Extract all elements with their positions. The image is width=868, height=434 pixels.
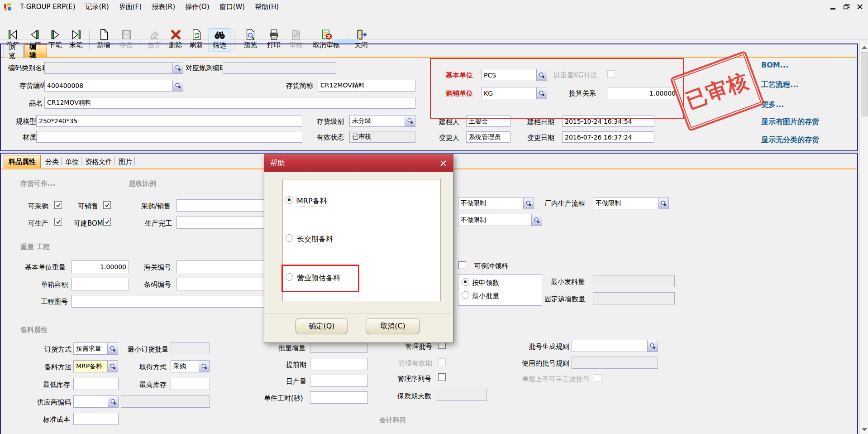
option-mrp-radio[interactable] (286, 196, 293, 204)
product-name-field[interactable]: CR12MOV精料 (44, 97, 415, 109)
lead-time-field[interactable] (310, 358, 368, 370)
purchase-sale-field[interactable] (176, 199, 265, 212)
trade-unit-field[interactable]: KG (481, 87, 547, 99)
dialog-ok-button[interactable]: 确定(Q) (296, 318, 348, 334)
inv-code-field[interactable]: 400400008 (44, 80, 183, 92)
close-window-button[interactable] (853, 2, 867, 12)
producible-checkbox[interactable] (54, 218, 62, 226)
lookup-icon[interactable] (405, 116, 415, 126)
lookup-icon[interactable] (531, 214, 542, 226)
supplier-name-field (121, 395, 210, 408)
lookup-icon[interactable] (536, 87, 547, 99)
base-unit-field[interactable]: PCS (481, 69, 547, 81)
lookup-icon[interactable] (107, 361, 118, 372)
last-record-icon (70, 29, 82, 41)
trade-unit-label: 购销单位 (446, 90, 473, 97)
std-cost-field[interactable] (73, 413, 119, 425)
link-show-unclassified[interactable]: 显示无分类的存货 (761, 135, 819, 145)
menu-help[interactable]: 帮助(H) (250, 3, 284, 11)
min-stock-field[interactable] (73, 378, 119, 390)
dialog-close-icon[interactable] (438, 158, 448, 168)
sellable-checkbox[interactable] (103, 201, 111, 209)
option-mrp-label[interactable]: MRP备料 (297, 197, 327, 206)
weight-eng-header: 重量 工程 (20, 243, 50, 251)
subtab-image[interactable]: 图片 (119, 158, 132, 166)
menu-report[interactable]: 报表(R) (147, 3, 180, 11)
lookup-icon[interactable] (658, 198, 668, 209)
min-batch-label: 最小批量 (472, 292, 499, 300)
lookup-icon[interactable] (647, 340, 658, 352)
created-date-label: 建档日期 (527, 118, 554, 126)
lookup-icon[interactable] (172, 63, 183, 73)
lookup-icon[interactable] (199, 361, 209, 372)
subtab-qualification[interactable]: 资格文件 (85, 158, 112, 166)
min-batch-radio[interactable] (462, 291, 469, 299)
customs-field[interactable] (176, 260, 265, 273)
vertical-scrollbar[interactable] (859, 43, 868, 434)
backflush-checkbox[interactable] (458, 261, 466, 269)
link-show-with-image[interactable]: 显示有图片的存货 (761, 117, 819, 127)
status-field: 已审核 (349, 131, 415, 143)
volume-field[interactable] (72, 278, 129, 290)
option-longlead-radio[interactable] (286, 234, 293, 242)
tab-edit[interactable]: 编辑 (24, 44, 47, 57)
can-bom-checkbox[interactable] (103, 218, 111, 226)
menu-interface[interactable]: 界面(F) (114, 3, 147, 11)
subtab-category[interactable]: 分类 (45, 158, 59, 166)
order-mode-field[interactable]: 按需求量 (73, 342, 118, 355)
lookup-icon[interactable] (536, 69, 547, 81)
batch-rule-field[interactable] (572, 340, 658, 352)
option-longlead-label[interactable]: 长交期备料 (297, 235, 333, 244)
max-stock-field[interactable] (171, 378, 210, 390)
scrollbar-thumb[interactable] (861, 52, 868, 116)
link-bom[interactable]: BOM... (761, 61, 788, 69)
option-forecast-label[interactable]: 营业预估备料 (297, 274, 340, 283)
factory-flow-field[interactable]: 不做限制 (593, 197, 669, 209)
base-weight-field[interactable]: 1.00000 (72, 260, 129, 273)
daily-output-field[interactable] (310, 375, 368, 387)
menu-operation[interactable]: 操作(O) (180, 3, 215, 11)
prod-finish-field[interactable] (176, 217, 265, 229)
acquire-field[interactable]: 采购 (171, 360, 210, 372)
minimize-button[interactable] (826, 2, 839, 12)
drawing-field[interactable] (72, 295, 265, 308)
lookup-icon[interactable] (108, 396, 118, 407)
rule-code-field[interactable] (223, 62, 336, 74)
limit-field-2[interactable]: 不做限制 (458, 214, 542, 226)
menu-tgroup-erp[interactable]: T-GROUP ERP(E) (15, 3, 81, 11)
tab-browse[interactable]: 浏览 (4, 45, 24, 58)
lookup-icon[interactable] (523, 198, 534, 209)
scroll-up-icon[interactable] (862, 46, 867, 49)
help-dialog-titlebar[interactable]: 帮助 (264, 154, 453, 172)
subtab-item-attrs[interactable]: 料品属性 (4, 155, 41, 168)
pay-by-weight-label: 以重量KG付款 (553, 72, 597, 79)
by-apply-radio[interactable] (462, 278, 469, 286)
spec-field[interactable]: 250*240*35 (36, 115, 302, 127)
audit-icon (290, 29, 302, 41)
barcode-field[interactable] (176, 278, 265, 290)
code-category-field[interactable] (44, 62, 183, 74)
subtab-unit[interactable]: 单位 (65, 158, 79, 166)
restore-button[interactable] (839, 2, 853, 12)
menu-record[interactable]: 记录(R) (81, 3, 114, 11)
min-stock-label: 最低库存 (43, 381, 70, 389)
material-field[interactable] (36, 131, 302, 143)
link-more[interactable]: 更多... (761, 100, 784, 110)
conversion-field[interactable]: 1.00000 (608, 87, 678, 99)
prep-method-field[interactable]: MRP备料 (73, 360, 118, 372)
purchasable-checkbox[interactable] (54, 201, 62, 209)
link-process-flow[interactable]: 工艺流程... (761, 80, 798, 90)
inv-level-field[interactable]: 未分级 (349, 115, 415, 127)
menu-window[interactable]: 窗口(W) (215, 3, 250, 11)
lookup-icon[interactable] (107, 343, 118, 354)
modifier-label: 变更人 (439, 134, 459, 142)
unit-time-field[interactable] (310, 391, 368, 404)
manage-serial-checkbox[interactable] (438, 373, 446, 381)
lookup-icon[interactable] (172, 80, 183, 91)
inv-abbr-field[interactable]: CR12MOV精料 (318, 80, 415, 92)
supplier-field[interactable] (73, 395, 119, 408)
option-forecast-radio[interactable] (286, 273, 293, 281)
dialog-cancel-button[interactable]: 取消(C) (366, 318, 420, 334)
limit-field-1[interactable]: 不做限制 (458, 197, 534, 209)
scroll-down-icon[interactable] (862, 428, 867, 431)
